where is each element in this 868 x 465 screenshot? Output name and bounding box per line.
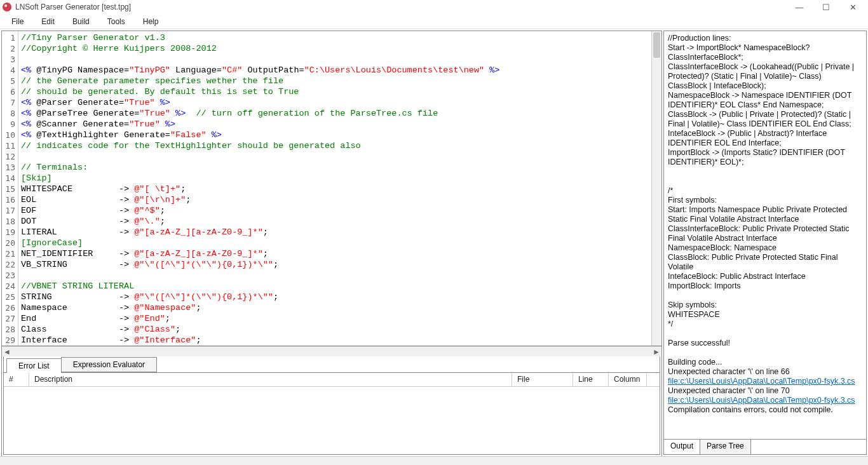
output-line: Parse successful! bbox=[668, 339, 862, 348]
code-line[interactable]: // indicates code for the TextHighlighte… bbox=[21, 140, 659, 151]
scroll-right-icon[interactable]: ► bbox=[653, 347, 660, 356]
scroll-left-icon[interactable]: ◄ bbox=[3, 347, 11, 356]
column-num[interactable]: # bbox=[4, 373, 29, 386]
code-line[interactable]: <% @Scanner Generate="True" %> bbox=[21, 119, 659, 130]
output-line: Building code... bbox=[668, 358, 862, 367]
output-line bbox=[668, 177, 862, 186]
output-file-link[interactable]: file:c:\Users\Louis\AppData\Local\Temp\p… bbox=[668, 396, 855, 405]
column-column[interactable]: Column bbox=[609, 373, 647, 386]
code-line[interactable]: [Skip] bbox=[21, 173, 659, 184]
output-line: //Production lines: bbox=[668, 34, 862, 43]
output-line: NamespaceBlock: Namespace bbox=[668, 243, 862, 253]
code-line[interactable]: //Tiny Parser Generator v1.3 bbox=[21, 32, 659, 43]
code-line[interactable]: EOL -> @"[\r\n]+"; bbox=[21, 194, 659, 205]
output-line bbox=[668, 329, 862, 339]
output-error-line: Unexpected character '\' on line 66 file… bbox=[668, 367, 862, 386]
code-editor[interactable]: //Tiny Parser Generator v1.3//Copyright … bbox=[18, 31, 661, 346]
output-line: IntefaceBlock: Public Abstract Interface bbox=[668, 272, 862, 281]
output-line: First symbols: bbox=[668, 196, 862, 205]
menu-bar: FileEditBuildToolsHelp bbox=[0, 14, 868, 29]
output-line: ImportBlock -> (Imports Static? IDENTIFI… bbox=[668, 148, 862, 167]
output-panel[interactable]: //Production lines:Start -> ImportBlock*… bbox=[664, 31, 866, 439]
minimize-button[interactable]: — bbox=[792, 3, 807, 12]
output-error-line: Unexpected character '\' on line 70 file… bbox=[668, 386, 862, 405]
output-line: ClassBlock -> (Public | Private | Protec… bbox=[668, 110, 862, 129]
code-line[interactable]: // Terminals: bbox=[21, 162, 659, 173]
code-line[interactable]: End -> @"End"; bbox=[21, 313, 659, 324]
horizontal-scrollbar[interactable]: ◄ ► bbox=[2, 346, 661, 356]
window-title: LNSoft Parser Generator [test.tpg] bbox=[15, 3, 131, 11]
title-bar: LNSoft Parser Generator [test.tpg] — ☐ ✕ bbox=[0, 0, 868, 14]
code-line[interactable]: <% @ParseTree Generate="True" %> // turn… bbox=[21, 108, 659, 119]
tab-error-list[interactable]: Error List bbox=[6, 358, 62, 373]
code-line[interactable]: <% @Parser Generate="True" %> bbox=[21, 97, 659, 108]
code-line[interactable]: // should be generated. By default this … bbox=[21, 86, 659, 97]
output-line: ClassInterfaceBlock: Public Private Prot… bbox=[668, 224, 862, 243]
code-line[interactable]: Namespace -> @"Namespace"; bbox=[21, 302, 659, 313]
column-file[interactable]: File bbox=[512, 373, 573, 386]
output-line bbox=[668, 348, 862, 358]
output-line: ClassBlock: Public Private Protected Sta… bbox=[668, 253, 862, 272]
status-bar bbox=[0, 456, 868, 465]
app-icon bbox=[3, 3, 11, 11]
output-line: Compilation contains errors, could not c… bbox=[668, 405, 862, 415]
output-line: Skip symbols: bbox=[668, 300, 862, 310]
output-line: Start -> ImportBlock* NamespaceBlock? Cl… bbox=[668, 43, 862, 62]
output-line: NamespaceBlock -> Namespace IDENTIFIER (… bbox=[668, 91, 862, 110]
bottom-panel: Error ListExpression Evaluator #Descript… bbox=[3, 356, 660, 455]
output-line: IntefaceBlock -> (Public | Abstract)? In… bbox=[668, 129, 862, 148]
code-line[interactable] bbox=[21, 54, 659, 65]
code-line[interactable]: //Copyright © Herre Kuijpers 2008-2012 bbox=[21, 43, 659, 54]
code-line[interactable]: WHITESPACE -> @"[ \t]+"; bbox=[21, 184, 659, 194]
error-list-body bbox=[4, 387, 660, 454]
code-line[interactable]: <% @TextHighlighter Generate="False" %> bbox=[21, 130, 659, 140]
code-line[interactable]: EOF -> @"^$"; bbox=[21, 205, 659, 216]
code-line[interactable]: LITERAL -> @"[a-zA-Z_][a-zA-Z0-9_]*"; bbox=[21, 227, 659, 238]
code-line[interactable]: <% @TinyPG Namespace="TinyPG" Language="… bbox=[21, 65, 659, 76]
tab-parse-tree[interactable]: Parse Tree bbox=[700, 440, 751, 454]
code-line[interactable]: VB_STRING -> @"\"([^\"]*(\"\"){0,1})*\""… bbox=[21, 259, 659, 270]
output-line: WHITESPACE bbox=[668, 310, 862, 320]
close-button[interactable]: ✕ bbox=[845, 3, 860, 12]
output-line: /* bbox=[668, 186, 862, 196]
output-line: */ bbox=[668, 320, 862, 329]
column-description[interactable]: Description bbox=[29, 373, 512, 386]
output-line: ClassInterfaceBlock -> (Lookahead((Publi… bbox=[668, 62, 862, 91]
menu-edit[interactable]: Edit bbox=[34, 16, 62, 27]
code-line[interactable]: // the Generate parameter specifies weth… bbox=[21, 76, 659, 86]
tab-expression-evaluator[interactable]: Expression Evaluator bbox=[61, 357, 157, 372]
output-file-link[interactable]: file:c:\Users\Louis\AppData\Local\Temp\p… bbox=[668, 377, 855, 386]
column-line[interactable]: Line bbox=[573, 373, 609, 386]
menu-help[interactable]: Help bbox=[135, 16, 166, 27]
output-line bbox=[668, 167, 862, 177]
code-line[interactable]: STRING -> @"\"([^\"]*(\"\"){0,1})*\""; bbox=[21, 292, 659, 302]
code-line[interactable] bbox=[21, 270, 659, 281]
code-line[interactable]: DOT -> @"\."; bbox=[21, 216, 659, 227]
code-line[interactable]: Class -> @"Class"; bbox=[21, 324, 659, 335]
menu-build[interactable]: Build bbox=[65, 16, 97, 27]
code-line[interactable]: Interface -> @"Interface"; bbox=[21, 335, 659, 346]
output-line bbox=[668, 291, 862, 300]
vertical-scrollbar[interactable] bbox=[651, 31, 661, 346]
code-line[interactable]: NET_IDENTIFIER -> @"[a-zA-Z_][a-zA-Z0-9_… bbox=[21, 248, 659, 259]
code-line[interactable]: [IgnoreCase] bbox=[21, 238, 659, 248]
maximize-button[interactable]: ☐ bbox=[818, 3, 834, 12]
code-line[interactable] bbox=[21, 151, 659, 162]
output-line: Start: Imports Namespace Public Private … bbox=[668, 205, 862, 224]
menu-file[interactable]: File bbox=[4, 16, 31, 27]
output-line: ImportBlock: Imports bbox=[668, 281, 862, 291]
tab-output[interactable]: Output bbox=[664, 440, 700, 454]
menu-tools[interactable]: Tools bbox=[100, 16, 133, 27]
code-line[interactable]: //VBNET STRING LITERAL bbox=[21, 281, 659, 292]
line-gutter: 1234567891011121314151617181920212223242… bbox=[2, 31, 18, 346]
